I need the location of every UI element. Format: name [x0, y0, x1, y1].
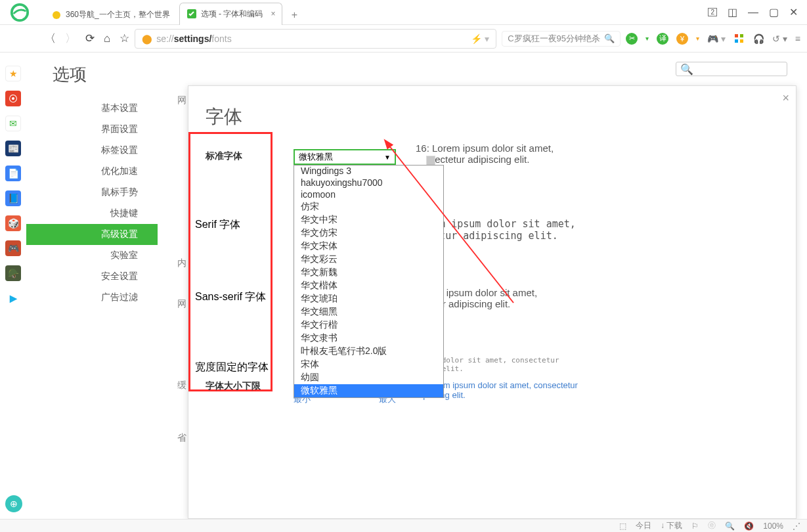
status-flag-icon[interactable]: ⚐ — [691, 521, 699, 531]
close-window-button[interactable]: ✕ — [789, 6, 798, 18]
font-option[interactable]: 华文中宋 — [294, 213, 443, 227]
window-controls: 2 ◫ — ▢ ✕ — [699, 6, 807, 18]
app-game2[interactable]: 🎮 — [5, 240, 21, 256]
tab-label: 选项 - 字体和编码 — [201, 9, 263, 20]
sidenav-item-active[interactable]: 高级设置 — [26, 224, 158, 245]
app-game3[interactable]: 🪖 — [5, 265, 21, 281]
app-favorites[interactable]: ★ — [5, 66, 21, 81]
sidenav-item[interactable]: 实验室 — [26, 245, 158, 266]
nav-buttons: 〈 〉 ⟳ ⌂ ☆ — [45, 31, 129, 46]
app-mail[interactable]: ✉ — [5, 116, 21, 131]
status-cube-icon[interactable]: ⬚ — [619, 521, 626, 531]
home-button[interactable]: ⌂ — [104, 32, 110, 45]
address-bar: 〈 〉 ⟳ ⌂ ☆ ⬤ se://settings/fonts ⚡ ▾ C罗疯狂… — [0, 25, 807, 53]
fonts-modal: × 字体 标准字体 微软雅黑 ▼ WingdingsWingdings 2Win… — [188, 85, 796, 519]
font-select[interactable]: 微软雅黑 ▼ — [294, 149, 396, 165]
status-e-icon[interactable]: ⓔ — [708, 520, 716, 531]
font-option[interactable]: 华文宋体 — [294, 240, 443, 253]
sidenav-item[interactable]: 快捷键 — [26, 203, 158, 224]
font-option[interactable]: 仿宋 — [294, 200, 443, 213]
favicon-settings — [186, 9, 197, 19]
translate-icon[interactable]: 译 — [657, 33, 668, 45]
font-option[interactable]: 华文琥珀 — [294, 292, 443, 305]
annotation-red-box — [188, 132, 273, 391]
sidenav-item[interactable]: 鼠标手势 — [26, 182, 158, 203]
font-option[interactable]: 华文行楷 — [294, 319, 443, 332]
status-download[interactable]: ↓ 下载 — [661, 520, 682, 531]
fixed-font-label: 宽度固定的字体 — [195, 361, 269, 374]
app-news[interactable]: 📰 — [5, 141, 21, 156]
font-option[interactable]: 宋体 — [294, 358, 443, 371]
standard-font-select-wrap: 微软雅黑 ▼ WingdingsWingdings 2Wingdings 3ha… — [294, 149, 396, 165]
modal-title: 字体 — [188, 86, 796, 136]
back-button[interactable]: 〈 — [45, 31, 56, 46]
select-value: 微软雅黑 — [299, 151, 333, 163]
svg-rect-4 — [740, 34, 743, 37]
close-modal-button[interactable]: × — [782, 91, 789, 105]
url-field[interactable]: ⬤ se://settings/fonts ⚡ ▾ — [135, 29, 496, 49]
svg-point-1 — [53, 11, 60, 19]
skin-icon[interactable]: ◫ — [728, 6, 737, 18]
headphone-icon[interactable]: 🎧 — [753, 33, 764, 44]
sidenav-item[interactable]: 优化加速 — [26, 161, 158, 182]
font-dropdown[interactable]: WingdingsWingdings 2Wingdings 3hakuyoxin… — [294, 165, 444, 398]
new-tab-button[interactable]: + — [285, 5, 303, 25]
app-game1[interactable]: 🎲 — [5, 215, 21, 231]
assistant-float-button[interactable]: ⊕ — [5, 495, 22, 512]
coin-icon[interactable]: ¥ — [676, 33, 688, 45]
status-zoom-out[interactable]: 🔍 — [725, 521, 735, 531]
font-option[interactable]: 华文细黑 — [294, 305, 443, 319]
app-doc[interactable]: 📄 — [5, 166, 21, 181]
hot-search[interactable]: C罗疯狂一夜95分钟绝杀 🔍 — [502, 31, 621, 47]
tab-label: 360导航_一个主页，整个世界 — [66, 9, 170, 20]
game-icon[interactable]: 🎮 ▾ — [707, 33, 726, 44]
undo-icon[interactable]: ↺ ▾ — [772, 33, 787, 44]
font-option[interactable]: 微软雅黑 — [294, 384, 443, 397]
status-resize-grip[interactable]: ⋰ — [793, 521, 800, 531]
font-option[interactable]: 华文彩云 — [294, 253, 443, 266]
menu-icon[interactable]: ≡ — [795, 33, 800, 44]
app-weibo[interactable]: ⦿ — [5, 91, 21, 106]
font-option[interactable]: 叶根友毛笔行书2.0版 — [294, 345, 443, 358]
sidenav-item[interactable]: 界面设置 — [26, 119, 158, 140]
tab-0[interactable]: 360导航_一个主页，整个世界 — [45, 5, 177, 25]
settings-search[interactable]: 🔍 — [676, 62, 787, 76]
favorite-button[interactable]: ☆ — [120, 32, 129, 45]
app-book[interactable]: 📘 — [5, 190, 21, 206]
forward-button[interactable]: 〉 — [65, 31, 76, 46]
font-option[interactable]: Wingdings 3 — [294, 165, 443, 177]
font-preview-standard: 16: Lorem ipsum dolor sit amet, ectetur … — [416, 143, 554, 165]
sans-font-label: Sans-serif 字体 — [195, 290, 266, 304]
font-option[interactable]: 华文楷体 — [294, 279, 443, 292]
sidenav-item[interactable]: 标签设置 — [26, 140, 158, 161]
tab-strip: 360导航_一个主页，整个世界 选项 - 字体和编码 × + — [45, 0, 699, 25]
font-option[interactable]: hakuyoxingshu7000 — [294, 177, 443, 188]
font-option[interactable]: 幼圆 — [294, 371, 443, 384]
close-icon[interactable]: × — [271, 9, 275, 18]
url-text: se://settings/fonts — [156, 33, 231, 44]
sidenav-item[interactable]: 安全设置 — [26, 266, 158, 287]
maximize-button[interactable]: ▢ — [769, 6, 779, 18]
svg-rect-6 — [740, 39, 743, 43]
status-today[interactable]: 今日 — [636, 520, 651, 531]
reload-button[interactable]: ⟳ — [85, 32, 95, 45]
app-pptv[interactable]: ▶ — [5, 290, 21, 306]
status-zoom-label: 100% — [763, 521, 783, 531]
font-option[interactable]: 华文隶书 — [294, 332, 443, 345]
font-option[interactable]: icomoon — [294, 188, 443, 200]
chevron-down-icon: ▼ — [384, 154, 391, 161]
font-option[interactable]: 华文新魏 — [294, 266, 443, 279]
scissors-icon[interactable]: ✂ — [626, 33, 638, 45]
status-mute-icon[interactable]: 🔇 — [744, 521, 754, 531]
grid-icon[interactable] — [733, 33, 745, 45]
flash-icon[interactable]: ⚡ ▾ — [471, 33, 489, 44]
svg-rect-5 — [735, 39, 738, 43]
font-option[interactable]: 华文仿宋 — [294, 227, 443, 240]
sidenav-item[interactable]: 基本设置 — [26, 98, 158, 119]
tab-1[interactable]: 选项 - 字体和编码 × — [179, 3, 283, 25]
bg-section-label: 网 — [177, 95, 186, 106]
minimize-button[interactable]: — — [748, 7, 758, 18]
sidenav-item[interactable]: 广告过滤 — [26, 287, 158, 308]
status-bar: ⬚ 今日 ↓ 下载 ⚐ ⓔ 🔍 🔇 100% ⋰ — [0, 519, 807, 532]
tab-count-badge: 2 — [708, 8, 717, 16]
